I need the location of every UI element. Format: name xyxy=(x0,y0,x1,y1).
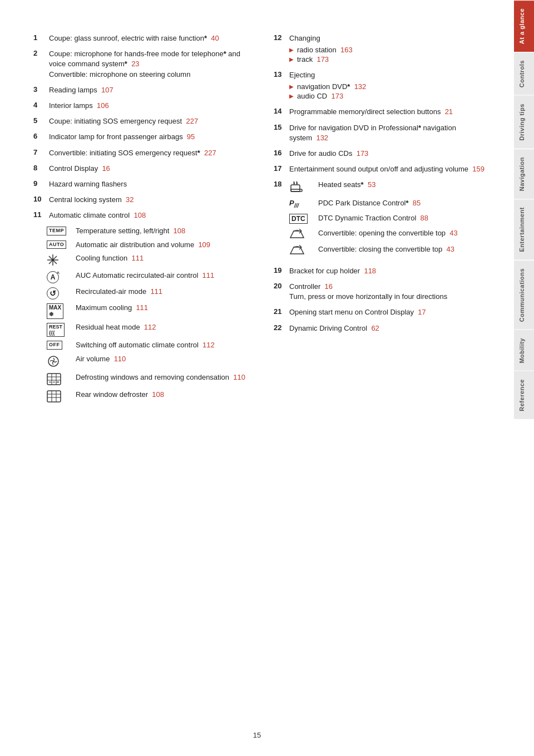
climate-row: Defrosting windows and removing condensa… xyxy=(47,372,251,386)
item-content: Bracket for cup holder 118 xyxy=(289,266,492,276)
sidebar-tab-controls[interactable]: Controls xyxy=(514,52,534,95)
list-item: 5 Coupe: initiating SOS emergency reques… xyxy=(33,116,251,126)
item-content: Opening start menu on Control Display 17 xyxy=(289,307,492,317)
item-number: 4 xyxy=(33,101,47,109)
list-item: 17 Entertainment sound output on/off and… xyxy=(274,164,492,174)
item-content: Drive for navigation DVD in Professional… xyxy=(289,123,492,143)
climate-row: TEMP Temperature setting, left/right 108 xyxy=(47,226,251,236)
conv-open-icon xyxy=(289,228,318,240)
item-number: 8 xyxy=(33,164,47,172)
climate-text: Residual heat mode 112 xyxy=(76,322,251,332)
item-number: 22 xyxy=(274,323,287,332)
rear-defroster-icon xyxy=(47,390,76,404)
page-number: 15 xyxy=(253,731,261,739)
item-number: 12 xyxy=(274,33,287,42)
climate-row: Air volume 110 xyxy=(47,354,251,369)
climate-row: OFF Switching off automatic climate cont… xyxy=(47,340,251,350)
list-item: 6 Indicator lamp for front passenger air… xyxy=(33,132,251,142)
sidebar-tab-reference[interactable]: Reference xyxy=(514,371,534,419)
list-item: 3 Reading lamps 107 xyxy=(33,85,251,95)
list-item: 14 Programmable memory/direct selection … xyxy=(274,107,492,117)
item-number: 15 xyxy=(274,123,287,131)
item-content: Interior lamps 106 xyxy=(49,101,251,111)
sub-list: ▶ navigation DVD* 132 ▶ audio CD 173 xyxy=(289,82,492,100)
climate-row: MAX❄ Maximum cooling 111 xyxy=(47,303,251,319)
item-content: Coupe: microphone for hands-free mode fo… xyxy=(49,49,251,80)
icon-row: Heated seats* 53 xyxy=(289,180,492,194)
list-item: 10 Central locking system 32 xyxy=(33,195,251,205)
page-container: 1 Coupe: glass sunroof, electric with ra… xyxy=(0,0,534,756)
icon-row: P/// PDC Park Distance Control* 85 xyxy=(289,198,492,209)
sub-list: ▶ radio station 163 ▶ track 173 xyxy=(289,46,492,63)
list-item: 4 Interior lamps 106 xyxy=(33,101,251,111)
climate-row: ↺ Recirculated-air mode 111 xyxy=(47,287,251,300)
item-number: 13 xyxy=(274,70,287,78)
climate-table: TEMP Temperature setting, left/right 108… xyxy=(47,226,251,403)
triangle-icon: ▶ xyxy=(289,84,294,90)
item-content: Changing ▶ radio station 163 ▶ track 173 xyxy=(289,33,492,65)
air-volume-icon xyxy=(47,354,76,369)
climate-text: Heated seats* 53 xyxy=(318,180,492,190)
left-column: 1 Coupe: glass sunroof, electric with ra… xyxy=(33,33,251,407)
page-footer: 15 xyxy=(0,731,514,739)
recirculate-icon: ↺ xyxy=(47,287,76,300)
item-content: Coupe: glass sunroof, electric with rais… xyxy=(49,33,251,43)
right-sidebar: At a glance Controls Driving tips Naviga… xyxy=(514,0,534,756)
sidebar-tab-entertainment[interactable]: Entertainment xyxy=(514,199,534,259)
item-number: 20 xyxy=(274,282,287,290)
sidebar-tab-at-a-glance[interactable]: At a glance xyxy=(514,0,534,52)
climate-text: DTC Dynamic Traction Control 88 xyxy=(318,213,492,223)
auc-icon: ^A xyxy=(47,271,76,283)
item-number: 9 xyxy=(33,179,47,188)
svg-point-4 xyxy=(52,259,54,261)
sidebar-tab-navigation[interactable]: Navigation xyxy=(514,149,534,199)
item-number: 3 xyxy=(33,85,47,94)
sub-item: ▶ track 173 xyxy=(289,55,492,63)
item-content: Controller 16 Turn, press or move horizo… xyxy=(289,282,492,302)
item-number: 7 xyxy=(33,148,47,156)
climate-text: Temperature setting, left/right 108 xyxy=(76,226,251,236)
temp-icon: TEMP xyxy=(47,226,76,235)
triangle-icon: ▶ xyxy=(289,93,294,99)
climate-text: Rear window defroster 108 xyxy=(76,390,251,400)
svg-rect-16 xyxy=(291,185,300,192)
conv-close-icon xyxy=(289,244,318,256)
item-number: 19 xyxy=(274,266,287,274)
sidebar-tab-driving-tips[interactable]: Driving tips xyxy=(514,95,534,149)
list-item: 21 Opening start menu on Control Display… xyxy=(274,307,492,317)
list-item: 11 Automatic climate control 108 xyxy=(33,210,251,220)
list-item: 22 Dynamic Driving Control 62 xyxy=(274,323,492,333)
snowflake-icon xyxy=(47,253,76,267)
rest-icon: REST{{{ xyxy=(47,322,76,337)
sidebar-tab-communications[interactable]: Communications xyxy=(514,260,534,330)
svg-rect-6 xyxy=(47,374,61,385)
item-content: Coupe: initiating SOS emergency request … xyxy=(49,116,251,126)
item-number: 5 xyxy=(33,116,47,125)
icon-row: Convertible: opening the convertible top… xyxy=(289,228,492,240)
dtc-icon: DTC xyxy=(289,213,318,224)
climate-text: Convertible: closing the convertible top… xyxy=(318,244,492,254)
climate-text: Cooling function 111 xyxy=(76,253,251,263)
list-item: 16 Drive for audio CDs 173 xyxy=(274,149,492,159)
sidebar-tab-mobility[interactable]: Mobility xyxy=(514,330,534,371)
item-number: 17 xyxy=(274,164,287,173)
item-number: 14 xyxy=(274,107,287,115)
item-content: Control Display 16 xyxy=(49,164,251,174)
main-content: 1 Coupe: glass sunroof, electric with ra… xyxy=(0,0,514,756)
item-content: Indicator lamp for front passenger airba… xyxy=(49,132,251,142)
item-number: 21 xyxy=(274,307,287,316)
item-content: Automatic climate control 108 xyxy=(49,210,251,220)
item-content: Reading lamps 107 xyxy=(49,85,251,95)
list-item: 18 H xyxy=(274,180,492,261)
climate-row: AUTO Automatic air distribution and volu… xyxy=(47,240,251,250)
icon-row: DTC DTC Dynamic Traction Control 88 xyxy=(289,213,492,224)
list-item: 20 Controller 16 Turn, press or move hor… xyxy=(274,282,492,302)
climate-text: Convertible: opening the convertible top… xyxy=(318,228,492,238)
climate-row: Rear window defroster 108 xyxy=(47,390,251,404)
climate-text: AUC Automatic recirculated-air control 1… xyxy=(76,271,251,281)
right-column: 12 Changing ▶ radio station 163 ▶ track … xyxy=(274,33,492,407)
icon-row: Convertible: closing the convertible top… xyxy=(289,244,492,256)
triangle-icon: ▶ xyxy=(289,47,294,53)
pdc-icon: P/// xyxy=(289,198,318,209)
item-content: Central locking system 32 xyxy=(49,195,251,205)
